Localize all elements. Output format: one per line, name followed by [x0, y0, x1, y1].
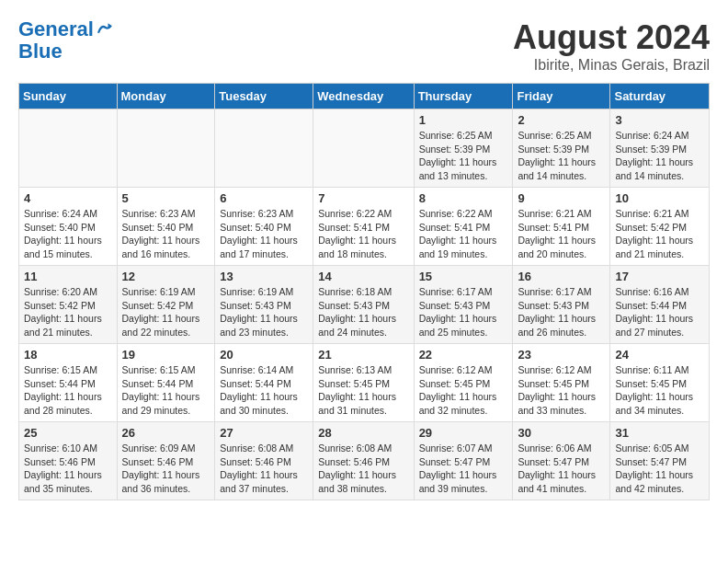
- calendar-cell: [19, 109, 118, 188]
- calendar-cell: 26Sunrise: 6:09 AMSunset: 5:46 PMDayligh…: [117, 422, 215, 500]
- calendar-cell: 13Sunrise: 6:19 AMSunset: 5:43 PMDayligh…: [215, 266, 313, 344]
- day-info: Sunrise: 6:16 AMSunset: 5:44 PMDaylight:…: [615, 285, 704, 339]
- calendar-cell: 9Sunrise: 6:21 AMSunset: 5:41 PMDaylight…: [513, 188, 610, 266]
- calendar-cell: 11Sunrise: 6:20 AMSunset: 5:42 PMDayligh…: [19, 266, 118, 344]
- day-number: 9: [518, 191, 605, 205]
- day-info: Sunrise: 6:21 AMSunset: 5:42 PMDaylight:…: [615, 207, 704, 261]
- day-number: 15: [419, 270, 508, 283]
- calendar-cell: 22Sunrise: 6:12 AMSunset: 5:45 PMDayligh…: [414, 344, 513, 422]
- calendar-cell: 8Sunrise: 6:22 AMSunset: 5:41 PMDaylight…: [414, 188, 513, 266]
- calendar-week-row: 25Sunrise: 6:10 AMSunset: 5:46 PMDayligh…: [19, 422, 710, 500]
- day-info: Sunrise: 6:05 AMSunset: 5:47 PMDaylight:…: [615, 442, 704, 496]
- day-number: 2: [518, 113, 605, 127]
- day-number: 28: [318, 426, 408, 440]
- day-number: 1: [419, 113, 508, 127]
- calendar-cell: 30Sunrise: 6:06 AMSunset: 5:47 PMDayligh…: [513, 422, 610, 500]
- day-number: 11: [24, 270, 112, 283]
- day-info: Sunrise: 6:24 AMSunset: 5:39 PMDaylight:…: [615, 129, 704, 183]
- calendar-cell: 17Sunrise: 6:16 AMSunset: 5:44 PMDayligh…: [610, 266, 710, 344]
- calendar-table: SundayMondayTuesdayWednesdayThursdayFrid…: [18, 83, 710, 500]
- calendar-cell: 7Sunrise: 6:22 AMSunset: 5:41 PMDaylight…: [313, 188, 414, 266]
- calendar-cell: 29Sunrise: 6:07 AMSunset: 5:47 PMDayligh…: [414, 422, 513, 500]
- calendar-cell: 19Sunrise: 6:15 AMSunset: 5:44 PMDayligh…: [117, 344, 215, 422]
- month-year-title: August 2024: [513, 18, 710, 57]
- day-number: 24: [615, 348, 704, 362]
- calendar-cell: 1Sunrise: 6:25 AMSunset: 5:39 PMDaylight…: [414, 109, 513, 188]
- day-number: 6: [220, 191, 308, 205]
- calendar-week-row: 4Sunrise: 6:24 AMSunset: 5:40 PMDaylight…: [19, 188, 710, 266]
- calendar-cell: 6Sunrise: 6:23 AMSunset: 5:40 PMDaylight…: [215, 188, 313, 266]
- calendar-week-row: 18Sunrise: 6:15 AMSunset: 5:44 PMDayligh…: [19, 344, 710, 422]
- location-subtitle: Ibirite, Minas Gerais, Brazil: [513, 57, 710, 74]
- day-number: 29: [419, 426, 508, 440]
- day-number: 13: [220, 270, 308, 283]
- calendar-cell: 14Sunrise: 6:18 AMSunset: 5:43 PMDayligh…: [313, 266, 414, 344]
- calendar-cell: 2Sunrise: 6:25 AMSunset: 5:39 PMDaylight…: [513, 109, 610, 188]
- day-number: 17: [615, 270, 704, 283]
- day-info: Sunrise: 6:25 AMSunset: 5:39 PMDaylight:…: [419, 129, 508, 183]
- logo: General Blue: [18, 18, 112, 63]
- calendar-cell: [313, 109, 414, 188]
- day-number: 16: [518, 270, 605, 283]
- calendar-cell: 3Sunrise: 6:24 AMSunset: 5:39 PMDaylight…: [610, 109, 710, 188]
- day-number: 31: [615, 426, 704, 440]
- day-number: 18: [24, 348, 112, 362]
- day-info: Sunrise: 6:12 AMSunset: 5:45 PMDaylight:…: [419, 363, 508, 418]
- day-number: 23: [518, 348, 605, 362]
- calendar-cell: 12Sunrise: 6:19 AMSunset: 5:42 PMDayligh…: [117, 266, 215, 344]
- title-block: August 2024 Ibirite, Minas Gerais, Brazi…: [513, 18, 710, 74]
- day-number: 19: [122, 348, 210, 362]
- calendar-cell: 27Sunrise: 6:08 AMSunset: 5:46 PMDayligh…: [215, 422, 313, 500]
- day-number: 10: [615, 191, 704, 205]
- day-number: 30: [518, 426, 605, 440]
- day-header-sunday: Sunday: [19, 84, 118, 109]
- day-header-monday: Monday: [117, 84, 215, 109]
- day-number: 12: [122, 270, 210, 283]
- day-info: Sunrise: 6:19 AMSunset: 5:43 PMDaylight:…: [220, 285, 308, 339]
- calendar-cell: 5Sunrise: 6:23 AMSunset: 5:40 PMDaylight…: [117, 188, 215, 266]
- day-info: Sunrise: 6:15 AMSunset: 5:44 PMDaylight:…: [24, 363, 112, 418]
- page-header: General Blue August 2024 Ibirite, Minas …: [18, 18, 710, 74]
- calendar-cell: 4Sunrise: 6:24 AMSunset: 5:40 PMDaylight…: [19, 188, 118, 266]
- day-info: Sunrise: 6:12 AMSunset: 5:45 PMDaylight:…: [518, 363, 605, 418]
- day-number: 22: [419, 348, 508, 362]
- day-number: 4: [24, 191, 112, 205]
- day-number: 27: [220, 426, 308, 440]
- day-header-friday: Friday: [513, 84, 610, 109]
- calendar-cell: 28Sunrise: 6:08 AMSunset: 5:46 PMDayligh…: [313, 422, 414, 500]
- day-info: Sunrise: 6:25 AMSunset: 5:39 PMDaylight:…: [518, 129, 605, 183]
- day-info: Sunrise: 6:22 AMSunset: 5:41 PMDaylight:…: [318, 207, 408, 261]
- calendar-cell: 24Sunrise: 6:11 AMSunset: 5:45 PMDayligh…: [610, 344, 710, 422]
- calendar-cell: 15Sunrise: 6:17 AMSunset: 5:43 PMDayligh…: [414, 266, 513, 344]
- day-info: Sunrise: 6:09 AMSunset: 5:46 PMDaylight:…: [122, 442, 210, 496]
- calendar-cell: [117, 109, 215, 188]
- day-info: Sunrise: 6:21 AMSunset: 5:41 PMDaylight:…: [518, 207, 605, 261]
- day-info: Sunrise: 6:20 AMSunset: 5:42 PMDaylight:…: [24, 285, 112, 339]
- day-info: Sunrise: 6:10 AMSunset: 5:46 PMDaylight:…: [24, 442, 112, 496]
- day-header-wednesday: Wednesday: [313, 84, 414, 109]
- day-info: Sunrise: 6:23 AMSunset: 5:40 PMDaylight:…: [122, 207, 210, 261]
- calendar-cell: 18Sunrise: 6:15 AMSunset: 5:44 PMDayligh…: [19, 344, 118, 422]
- calendar-cell: [215, 109, 313, 188]
- day-number: 20: [220, 348, 308, 362]
- day-info: Sunrise: 6:24 AMSunset: 5:40 PMDaylight:…: [24, 207, 112, 261]
- day-number: 5: [122, 191, 210, 205]
- calendar-cell: 25Sunrise: 6:10 AMSunset: 5:46 PMDayligh…: [19, 422, 118, 500]
- calendar-cell: 23Sunrise: 6:12 AMSunset: 5:45 PMDayligh…: [513, 344, 610, 422]
- day-number: 25: [24, 426, 112, 440]
- day-number: 26: [122, 426, 210, 440]
- day-info: Sunrise: 6:13 AMSunset: 5:45 PMDaylight:…: [318, 363, 408, 418]
- day-info: Sunrise: 6:19 AMSunset: 5:42 PMDaylight:…: [122, 285, 210, 339]
- calendar-cell: 21Sunrise: 6:13 AMSunset: 5:45 PMDayligh…: [313, 344, 414, 422]
- day-info: Sunrise: 6:08 AMSunset: 5:46 PMDaylight:…: [318, 442, 408, 496]
- day-header-thursday: Thursday: [414, 84, 513, 109]
- day-info: Sunrise: 6:17 AMSunset: 5:43 PMDaylight:…: [419, 285, 508, 339]
- calendar-cell: 16Sunrise: 6:17 AMSunset: 5:43 PMDayligh…: [513, 266, 610, 344]
- calendar-week-row: 1Sunrise: 6:25 AMSunset: 5:39 PMDaylight…: [19, 109, 710, 188]
- logo-icon: [96, 21, 112, 38]
- day-info: Sunrise: 6:07 AMSunset: 5:47 PMDaylight:…: [419, 442, 508, 496]
- calendar-cell: 31Sunrise: 6:05 AMSunset: 5:47 PMDayligh…: [610, 422, 710, 500]
- day-header-saturday: Saturday: [610, 84, 710, 109]
- day-info: Sunrise: 6:06 AMSunset: 5:47 PMDaylight:…: [518, 442, 605, 496]
- day-info: Sunrise: 6:18 AMSunset: 5:43 PMDaylight:…: [318, 285, 408, 339]
